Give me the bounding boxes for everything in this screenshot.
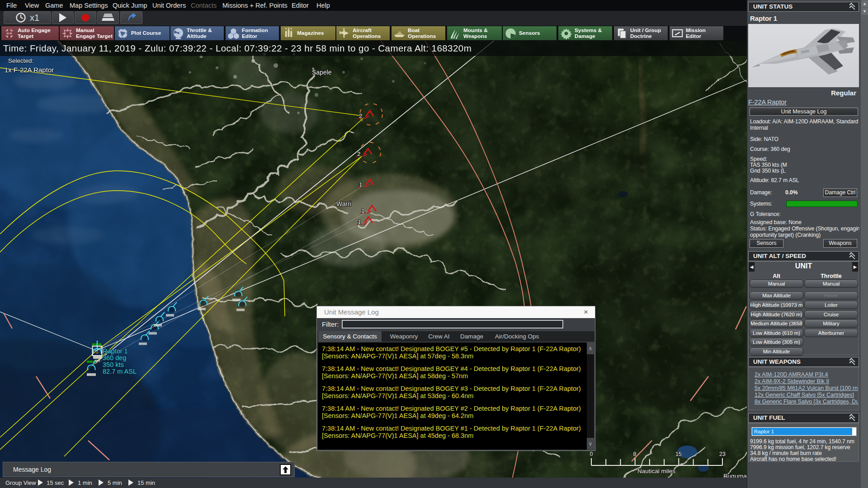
window-title[interactable]: Unit Message Log: [317, 306, 595, 318]
ribbon-magazines[interactable]: Magazines: [281, 26, 335, 40]
throttle-hover-button[interactable]: Hover: [804, 291, 858, 300]
unit-status-header[interactable]: UNIT STATUS: [748, 2, 859, 12]
menu-help[interactable]: Help: [316, 0, 330, 11]
weapons-button[interactable]: Weapons: [823, 239, 857, 248]
ribbon-formation-editor[interactable]: Formation Editor: [226, 26, 279, 40]
alt-high1-button[interactable]: High Altitude (10973 m: [750, 301, 803, 309]
unit-message-log-button[interactable]: Unit Message Log: [750, 108, 858, 116]
unit-fuel-header[interactable]: UNIT FUEL: [748, 413, 859, 423]
alt-high2-button[interactable]: High Altitude (7620 m): [750, 310, 803, 319]
weapon-link-sidewinder[interactable]: 2x AIM-9X-2 Sidewinder Blk II: [755, 378, 829, 385]
menu-editor[interactable]: Editor: [292, 0, 309, 11]
alt-low2-button[interactable]: Low Altitude (305 m): [750, 338, 803, 346]
log-message: 7:38:14 AM - New contact! Designated BOG…: [322, 425, 588, 439]
menu-file[interactable]: File: [6, 0, 17, 11]
menu-view[interactable]: View: [25, 0, 39, 11]
ribbon-auto-engage-target[interactable]: Auto Engage Target: [1, 26, 59, 40]
scroll-down-icon[interactable]: ∨: [587, 438, 594, 450]
unit-type-link[interactable]: F-22A Raptor: [748, 99, 858, 106]
alt-medium-button[interactable]: Medium Altitude (3658: [750, 319, 803, 328]
sensors-button[interactable]: Sensors: [750, 239, 783, 248]
menu-map-settings[interactable]: Map Settings: [70, 0, 108, 11]
play-icon: [59, 13, 67, 22]
menu-unit-orders[interactable]: Unit Orders: [152, 0, 186, 11]
expand-up-icon[interactable]: [280, 464, 291, 475]
sidebar-scrollbar[interactable]: ▲ ▼: [861, 0, 868, 488]
log-message: 7:38:14 AM - New contact! Designated BOG…: [322, 385, 588, 399]
ribbon-systems-damage[interactable]: Systems & Damage: [558, 26, 612, 40]
menu-missions-ref-points[interactable]: Missions + Ref. Points: [222, 0, 288, 11]
step-play-icon[interactable]: [69, 479, 74, 486]
step-5min-button[interactable]: 5 min: [108, 478, 122, 488]
message-list[interactable]: 7:38:14 AM - New contact! Designated BOG…: [318, 343, 588, 450]
alt-min-button[interactable]: Min Altitude: [750, 347, 803, 356]
record-button[interactable]: [75, 11, 96, 24]
weapon-link-chaff[interactable]: 12x Generic Chaff Salvo [5x Cartridges]: [755, 392, 854, 398]
tab-air-docking-ops[interactable]: Air/Docking Ops: [489, 331, 545, 342]
close-icon[interactable]: ×: [580, 306, 591, 318]
ribbon-throttle-altitude[interactable]: Throttle & Altitude: [170, 26, 224, 40]
ribbon-plot-course[interactable]: Plot Course: [115, 26, 170, 40]
ribbon-mission-editor[interactable]: Mission Editor: [670, 26, 723, 40]
mission-editor-icon: [671, 27, 684, 40]
step-play-icon[interactable]: [38, 479, 43, 486]
alt-manual-button[interactable]: Manual: [750, 280, 803, 288]
alt-low1-button[interactable]: Low Altitude (610 m): [750, 329, 803, 337]
step-1min-button[interactable]: 1 min: [78, 478, 92, 488]
throttle-military-button[interactable]: Military: [804, 319, 858, 328]
scroll-up-icon[interactable]: ∧: [587, 343, 594, 354]
unit-alt-speed-header[interactable]: UNIT ALT / SPEED: [748, 251, 859, 261]
menu-quick-jump[interactable]: Quick Jump: [113, 0, 147, 11]
jump-button[interactable]: [120, 11, 142, 24]
ribbon-unit-group-doctrine[interactable]: Unit / Group Doctrine: [614, 26, 668, 40]
record-icon: [81, 13, 90, 22]
collapse-icon[interactable]: [849, 414, 855, 422]
friendly-unit-wingman[interactable]: [87, 361, 97, 376]
ribbon-manual-engage-target[interactable]: Manual Engage Target: [60, 26, 114, 40]
tab-sensory-contacts[interactable]: Sensory & Contacts: [318, 331, 382, 342]
printer-button[interactable]: [97, 11, 119, 24]
scroll-down-icon[interactable]: ▼: [861, 8, 868, 15]
ribbon-aircraft-operations[interactable]: Aircraft Operations: [336, 26, 390, 40]
message-log-bar[interactable]: Message Log: [3, 462, 295, 477]
fuel-unit-list[interactable]: Raptor 1: [751, 427, 857, 436]
step-play-icon[interactable]: [99, 479, 104, 486]
step-play-icon[interactable]: [128, 479, 133, 486]
weapon-link-flare[interactable]: 8x Generic Flare Salvo [3x Cartridges, D…: [755, 399, 858, 405]
tab-crew-ai[interactable]: Crew AI: [423, 331, 455, 342]
weapon-link-vulcan[interactable]: 5x 20mm/85 M61A2 Vulcan Burst [100 rnds: [755, 385, 858, 391]
unit-weapons-header[interactable]: UNIT WEAPONS: [748, 357, 859, 367]
ribbon-mounts-weapons[interactable]: Mounts & Weapons: [447, 26, 502, 40]
menu-contacts[interactable]: Contacts: [191, 0, 217, 11]
weapon-link-amraam[interactable]: 2x AIM-120D AMRAAM P3I.4: [755, 371, 828, 378]
filter-label: Filter:: [322, 318, 339, 331]
message-log-label: Message Log: [13, 466, 51, 473]
fuel-line4: Aircraft has no home base selected!: [750, 456, 859, 462]
collapse-icon[interactable]: [849, 3, 855, 11]
ribbon-boat-operations[interactable]: Boat Operations: [392, 26, 445, 40]
time-step-bar: Group View 15 sec 1 min 5 min 15 min: [0, 478, 747, 488]
scroll-up-icon[interactable]: ▲: [861, 0, 868, 7]
group-view-button[interactable]: Group View: [5, 478, 36, 488]
filter-input[interactable]: [342, 320, 563, 328]
time-speed-button[interactable]: x1: [4, 11, 51, 24]
tab-weaponry[interactable]: Weaponry: [385, 331, 423, 342]
throttle-cruise-button[interactable]: Cruise: [804, 310, 858, 319]
alt-max-button[interactable]: Max Altitude: [750, 291, 803, 300]
play-button[interactable]: [52, 11, 74, 24]
fuel-selected-row[interactable]: Raptor 1: [752, 428, 852, 435]
step-15sec-button[interactable]: 15 sec: [47, 478, 64, 488]
step-15min-button[interactable]: 15 min: [137, 478, 155, 488]
menu-game[interactable]: Game: [45, 0, 63, 11]
collapse-icon[interactable]: [849, 252, 855, 260]
throttle-loiter-button[interactable]: Loiter: [804, 301, 858, 309]
ribbon-label: Aircraft Operations: [353, 28, 381, 39]
collapse-icon[interactable]: [849, 358, 855, 366]
message-scrollbar[interactable]: ∧ ∨: [587, 343, 594, 450]
damage-ctrl-button[interactable]: Damage Ctrl: [823, 188, 857, 197]
message-tabs: Sensory & Contacts Weaponry Crew AI Dama…: [318, 331, 594, 342]
ribbon-sensors[interactable]: Sensors: [503, 26, 557, 40]
tab-damage[interactable]: Damage: [455, 331, 489, 342]
throttle-afterburner-button[interactable]: Afterburner: [804, 329, 858, 337]
throttle-manual-button[interactable]: Manual: [804, 280, 858, 288]
